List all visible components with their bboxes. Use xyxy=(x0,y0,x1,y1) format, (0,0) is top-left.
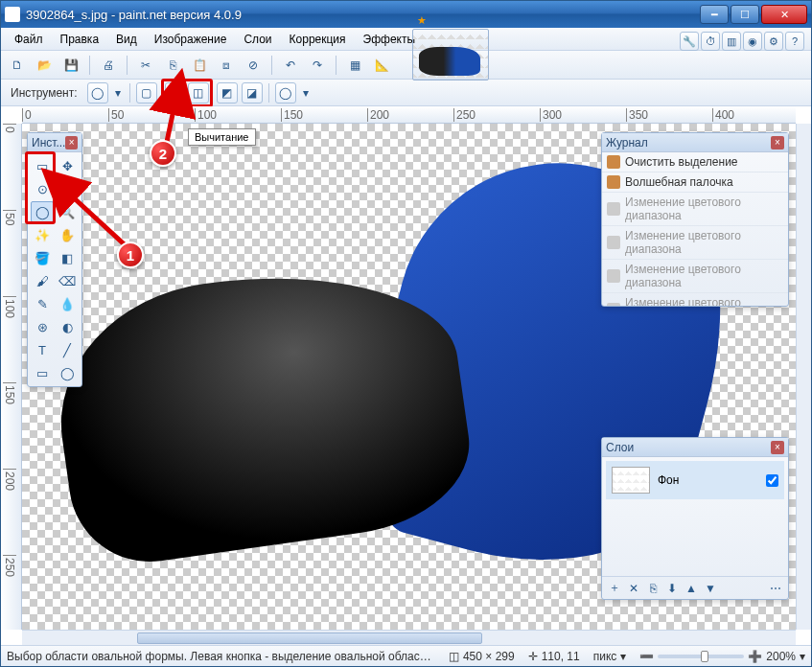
text-tool[interactable]: T xyxy=(31,339,54,360)
pencil-tool[interactable]: ✎ xyxy=(31,293,54,314)
layer-name: Фон xyxy=(658,473,679,487)
new-icon[interactable]: 🗋 xyxy=(7,55,28,76)
zoom-slider[interactable] xyxy=(658,655,744,658)
tool-label: Инструмент: xyxy=(11,86,78,100)
save-icon[interactable]: 💾 xyxy=(60,55,81,76)
scrollbar-horizontal[interactable] xyxy=(22,630,796,645)
ellipse-shape-tool[interactable]: ◯ xyxy=(56,362,79,383)
picker-tool[interactable]: 💧 xyxy=(56,293,79,314)
history-panel: Журнал× Очистить выделениеВолшебная пало… xyxy=(601,132,789,307)
ruler-icon[interactable]: 📐 xyxy=(371,55,392,76)
history-panel-title: Журнал xyxy=(606,136,648,150)
unit-selector[interactable]: пикс ▾ xyxy=(593,650,627,663)
scrollbar-vertical[interactable] xyxy=(796,124,811,630)
history-item[interactable]: Волшебная палочка xyxy=(602,172,788,193)
close-icon[interactable]: × xyxy=(771,441,784,454)
close-icon[interactable]: × xyxy=(771,136,784,150)
menu-layers[interactable]: Слои xyxy=(236,30,279,49)
history-list[interactable]: Очистить выделениеВолшебная палочкаИзмен… xyxy=(602,152,788,306)
crop-icon[interactable]: ⧈ xyxy=(216,55,237,76)
eraser-tool[interactable]: ⌫ xyxy=(56,270,79,291)
redo-icon[interactable]: ↷ xyxy=(307,55,328,76)
layer-thumbnail xyxy=(612,467,650,494)
history-item[interactable]: Изменение цветового диапазона xyxy=(602,260,788,293)
help-icon[interactable]: ? xyxy=(785,32,804,51)
lasso-tool[interactable]: ⊙ xyxy=(31,178,54,199)
menu-edit[interactable]: Правка xyxy=(53,30,107,49)
rect-shape-tool[interactable]: ▭ xyxy=(31,362,54,383)
grid-icon[interactable]: ▦ xyxy=(344,55,365,76)
move-down-icon[interactable]: ▼ xyxy=(702,580,719,597)
history-item[interactable]: Изменение цветового диапазона xyxy=(602,226,788,260)
history-toggle-icon[interactable]: ⏱ xyxy=(701,32,720,51)
menu-file[interactable]: Файл xyxy=(7,30,51,49)
add-layer-icon[interactable]: ＋ xyxy=(606,580,623,597)
delete-layer-icon[interactable]: ✕ xyxy=(625,580,642,597)
cut-icon[interactable]: ✂ xyxy=(135,55,156,76)
minimize-button[interactable]: ━ xyxy=(700,5,729,24)
move-up-icon[interactable]: ▲ xyxy=(683,580,700,597)
layers-panel: Слои× Фон ＋ ✕ ⎘ ⬇ ▲ ▼ ⋯ xyxy=(601,437,789,600)
tool-options-bar: Инструмент: ◯ ▾ ▢ ▣ ◫ ◩ ◪ ◯ ▾ xyxy=(1,80,811,106)
annotation-callout-2: 2 xyxy=(150,140,176,167)
status-position: 110, 11 xyxy=(542,650,580,663)
close-button[interactable]: ✕ xyxy=(761,5,807,24)
paste-icon[interactable]: 📋 xyxy=(189,55,210,76)
colors-toggle-icon[interactable]: ◉ xyxy=(743,32,762,51)
maximize-button[interactable]: ☐ xyxy=(731,5,759,24)
zoom-level[interactable]: 200% xyxy=(766,650,796,663)
history-item[interactable]: Изменение цветового диапазона xyxy=(602,293,788,306)
deselect-icon[interactable]: ⊘ xyxy=(243,55,264,76)
status-hint: Выбор области овальной формы. Левая кноп… xyxy=(7,650,435,663)
aux-toolbar: 🔧 ⏱ ▥ ◉ ⚙ ? xyxy=(680,32,804,51)
selection-shape-dropdown-icon[interactable]: ▾ xyxy=(300,82,312,104)
svg-line-0 xyxy=(69,194,129,249)
menu-adjust[interactable]: Коррекция xyxy=(282,30,354,49)
selection-invert-icon[interactable]: ◪ xyxy=(242,82,263,104)
settings-icon[interactable]: ⚙ xyxy=(764,32,783,51)
main-toolbar: 🗋 📂 💾 🖨 ✂ ⎘ 📋 ⧈ ⊘ ↶ ↷ ▦ 📐 xyxy=(1,51,811,80)
layer-visible-checkbox[interactable] xyxy=(766,474,778,487)
menu-image[interactable]: Изображение xyxy=(147,30,235,49)
zoom-in-icon[interactable]: ➕ xyxy=(748,650,762,663)
layer-row[interactable]: Фон xyxy=(606,461,784,499)
tool-dropdown-icon[interactable]: ▾ xyxy=(112,82,124,104)
zoom-out-icon[interactable]: ➖ xyxy=(639,650,654,663)
document-thumbnail[interactable] xyxy=(412,29,489,80)
duplicate-layer-icon[interactable]: ⎘ xyxy=(644,580,661,597)
history-item[interactable]: Очистить выделение xyxy=(602,152,788,172)
undo-icon[interactable]: ↶ xyxy=(280,55,301,76)
open-icon[interactable]: 📂 xyxy=(34,55,55,76)
status-dimensions: 450 × 299 xyxy=(463,650,515,663)
selection-shape-icon[interactable]: ◯ xyxy=(275,82,296,104)
print-icon[interactable]: 🖨 xyxy=(98,55,119,76)
rect-select-tool[interactable]: ▭ xyxy=(31,155,54,176)
ruler-vertical: 050100150200250 xyxy=(1,124,22,630)
line-tool[interactable]: ╱ xyxy=(56,339,79,360)
close-icon[interactable]: × xyxy=(65,136,78,150)
selection-replace-icon[interactable]: ▢ xyxy=(136,82,157,104)
copy-icon[interactable]: ⎘ xyxy=(162,55,183,76)
magic-wand-tool[interactable]: ✨ xyxy=(31,224,54,245)
statusbar: Выбор области овальной формы. Левая кноп… xyxy=(1,645,811,666)
ellipse-select-tool[interactable]: ◯ xyxy=(31,201,54,222)
recolor-tool[interactable]: ◐ xyxy=(56,316,79,337)
brush-tool[interactable]: 🖌 xyxy=(31,270,54,291)
selection-intersect-icon[interactable]: ◩ xyxy=(217,82,238,104)
fill-tool[interactable]: 🪣 xyxy=(31,247,54,268)
history-item[interactable]: Изменение цветового диапазона xyxy=(602,193,788,226)
tools-panel-title: Инст... xyxy=(32,136,65,150)
annotation-callout-1: 1 xyxy=(117,242,144,268)
menu-view[interactable]: Вид xyxy=(108,30,145,49)
layer-props-icon[interactable]: ⋯ xyxy=(767,580,784,597)
app-icon xyxy=(5,7,20,22)
ruler-horizontal: 050100150200250300350400 xyxy=(22,106,796,124)
move-selection-tool[interactable]: ✥ xyxy=(56,155,79,176)
tool-selector-icon[interactable]: ◯ xyxy=(87,82,108,104)
scrollbar-thumb[interactable] xyxy=(137,632,482,644)
merge-layer-icon[interactable]: ⬇ xyxy=(663,580,681,597)
tools-toggle-icon[interactable]: 🔧 xyxy=(680,32,699,51)
clone-tool[interactable]: ⊛ xyxy=(31,316,54,337)
window-title: 3902864_s.jpg - paint.net версия 4.0.9 xyxy=(26,8,700,22)
layers-toggle-icon[interactable]: ▥ xyxy=(722,32,741,51)
